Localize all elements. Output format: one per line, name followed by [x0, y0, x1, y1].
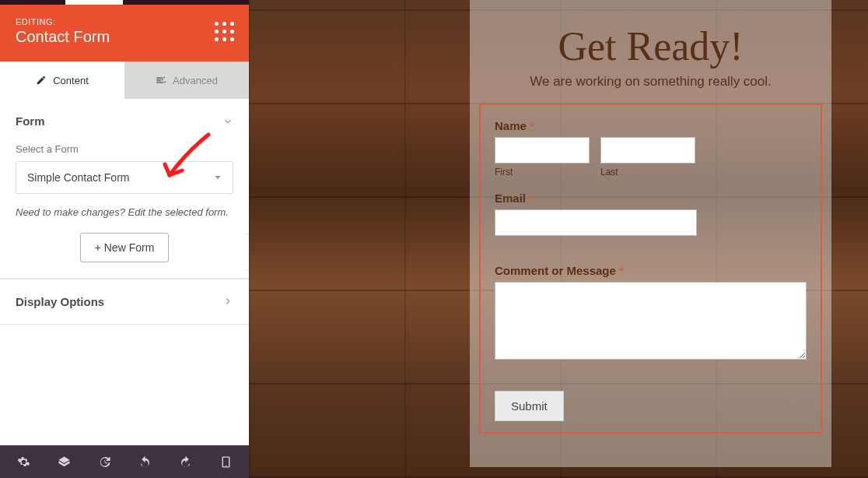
redo-button[interactable] — [170, 445, 201, 478]
comment-textarea[interactable] — [495, 282, 807, 360]
gear-icon — [17, 455, 30, 469]
tab-content[interactable]: Content — [0, 62, 124, 99]
hero-subtitle: We are working on something really cool. — [470, 74, 831, 90]
undo-icon — [138, 455, 152, 469]
tab-content-label: Content — [53, 75, 89, 86]
editor-sidebar: EDITING: Contact Form Content Advanced F… — [0, 0, 249, 478]
mobile-icon — [219, 455, 233, 469]
history-icon — [98, 455, 111, 469]
last-name-input[interactable] — [600, 137, 695, 163]
form-select-value: Simple Contact Form — [27, 171, 129, 184]
pencil-icon — [36, 75, 47, 86]
panel-header: EDITING: Contact Form — [0, 5, 249, 62]
section-form-header[interactable]: Form — [0, 99, 249, 143]
new-form-button[interactable]: + New Form — [80, 233, 170, 262]
tab-bar: Content Advanced — [0, 62, 249, 99]
sliders-icon — [156, 75, 166, 86]
hero-title: Get Ready! — [470, 23, 831, 69]
responsive-button[interactable] — [210, 445, 241, 478]
page-overlay: Get Ready! We are working on something r… — [470, 0, 831, 467]
first-sublabel: First — [495, 167, 590, 177]
panel-body: Form Select a Form Simple Contact Form N… — [0, 99, 249, 445]
layers-icon — [58, 455, 71, 469]
email-label: Email * — [495, 192, 807, 205]
name-label: Name * — [495, 119, 807, 132]
section-display-options[interactable]: Display Options — [0, 279, 249, 325]
apps-grid-icon[interactable] — [215, 22, 233, 40]
display-options-title: Display Options — [16, 295, 104, 308]
undo-button[interactable] — [129, 445, 160, 478]
form-hint: Need to make changes? Edit the selected … — [16, 205, 233, 220]
email-input[interactable] — [495, 209, 697, 236]
select-form-label: Select a Form — [16, 143, 233, 155]
bottom-toolbar — [0, 445, 249, 478]
history-button[interactable] — [89, 445, 120, 478]
settings-button[interactable] — [8, 445, 39, 478]
chevron-right-icon — [222, 296, 233, 307]
preview-canvas[interactable]: Get Ready! We are working on something r… — [249, 0, 868, 478]
chevron-down-icon — [222, 116, 233, 127]
redo-icon — [179, 455, 192, 469]
tab-advanced-label: Advanced — [173, 75, 218, 86]
comment-label: Comment or Message * — [495, 264, 807, 277]
first-name-input[interactable] — [495, 137, 590, 163]
widget-title: Contact Form — [16, 28, 110, 46]
caret-down-icon — [214, 174, 222, 181]
submit-button[interactable]: Submit — [495, 391, 564, 421]
tab-advanced[interactable]: Advanced — [124, 62, 249, 99]
editing-label: EDITING: — [16, 17, 110, 26]
navigator-button[interactable] — [48, 445, 79, 478]
form-select[interactable]: Simple Contact Form — [16, 161, 233, 194]
last-sublabel: Last — [600, 167, 695, 177]
section-form-title: Form — [16, 114, 45, 128]
contact-form-widget[interactable]: Name * First Last Email * — [479, 104, 822, 434]
